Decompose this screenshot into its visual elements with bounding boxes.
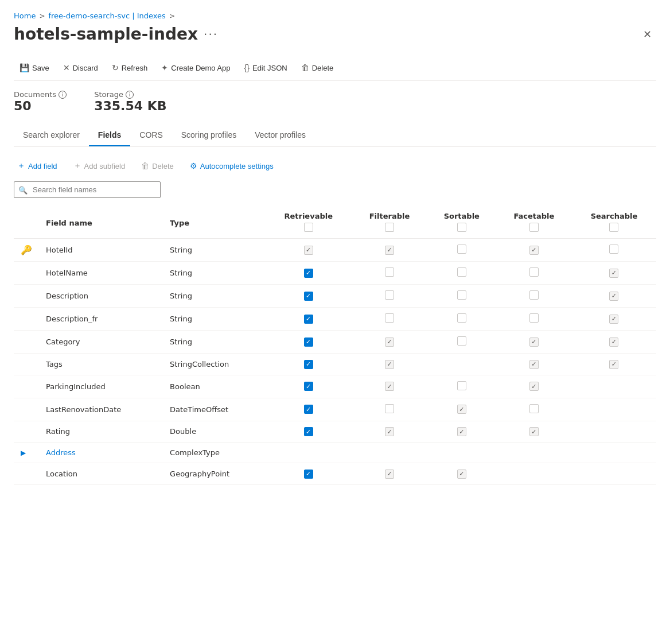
field-checkbox[interactable]: [385, 404, 394, 413]
filterable-header-checkbox[interactable]: [385, 223, 394, 232]
col-facetable: Facetable: [496, 207, 572, 239]
field-checkbox[interactable]: [529, 337, 539, 347]
field-checkbox[interactable]: [457, 267, 466, 277]
field-checkbox[interactable]: [609, 292, 618, 301]
storage-info-icon[interactable]: i: [126, 91, 134, 99]
table-row: HotelName String: [14, 262, 656, 285]
field-checkbox[interactable]: [385, 313, 394, 323]
field-checkbox[interactable]: [529, 246, 539, 255]
row-icon-cell: 🔑: [14, 239, 39, 262]
field-checkbox[interactable]: [609, 245, 618, 254]
field-name: Description: [46, 292, 88, 300]
field-checkbox[interactable]: [304, 246, 313, 255]
retrievable-cell: [265, 443, 352, 463]
refresh-label: Refresh: [122, 64, 148, 72]
retrievable-header-checkbox[interactable]: [304, 223, 313, 232]
stats-row: Documents i 50 Storage i 335.54 KB: [14, 90, 656, 113]
save-button[interactable]: 💾 Save: [14, 60, 55, 76]
retrievable-cell: [265, 375, 352, 398]
fields-table: Field name Type Retrievable Filterable S…: [14, 207, 656, 485]
field-checkbox[interactable]: [304, 360, 313, 369]
field-name: LastRenovationDate: [46, 405, 121, 414]
field-checkbox[interactable]: [385, 427, 394, 436]
refresh-button[interactable]: ↻ Refresh: [106, 60, 154, 76]
delete-button[interactable]: 🗑 Delete: [295, 60, 340, 76]
documents-info-icon[interactable]: i: [59, 91, 67, 99]
field-checkbox[interactable]: [457, 290, 466, 300]
searchable-cell: [572, 354, 656, 375]
field-checkbox[interactable]: [529, 382, 539, 391]
table-row: Description_fr String: [14, 308, 656, 331]
field-checkbox[interactable]: [385, 360, 394, 369]
title-menu-button[interactable]: ···: [204, 28, 218, 41]
searchable-cell: [572, 308, 656, 331]
tab-vector-profiles[interactable]: Vector profiles: [246, 125, 315, 146]
discard-button[interactable]: ✕ Discard: [57, 60, 104, 76]
field-checkbox[interactable]: [304, 427, 313, 436]
field-checkbox[interactable]: [529, 427, 539, 436]
field-checkbox[interactable]: [529, 360, 539, 369]
facetable-header-checkbox[interactable]: [529, 223, 539, 232]
tab-fields[interactable]: Fields: [89, 125, 130, 146]
field-checkbox[interactable]: [609, 360, 618, 369]
searchable-cell: [572, 463, 656, 485]
field-checkbox[interactable]: [457, 381, 466, 390]
field-checkbox[interactable]: [385, 337, 394, 347]
field-checkbox[interactable]: [457, 245, 466, 254]
field-checkbox[interactable]: [529, 267, 539, 277]
tab-search-explorer[interactable]: Search explorer: [14, 125, 89, 146]
add-field-button[interactable]: ＋ Add field: [14, 158, 61, 173]
field-name-cell: Category: [39, 331, 163, 354]
field-checkbox[interactable]: [457, 470, 466, 479]
close-button[interactable]: ✕: [638, 26, 656, 43]
field-checkbox[interactable]: [304, 315, 313, 324]
field-checkbox[interactable]: [304, 405, 313, 414]
table-row: ▶ Address ComplexType: [14, 443, 656, 463]
field-checkbox[interactable]: [304, 269, 313, 278]
field-type-cell: Double: [163, 421, 265, 443]
breadcrumb-service[interactable]: free-demo-search-svc | Indexes: [48, 11, 165, 20]
retrievable-cell: [265, 331, 352, 354]
autocomplete-settings-button[interactable]: ⚙ Autocomplete settings: [186, 159, 277, 173]
field-checkbox[interactable]: [609, 337, 618, 347]
field-checkbox[interactable]: [609, 315, 618, 324]
tab-scoring-profiles[interactable]: Scoring profiles: [172, 125, 246, 146]
field-name-link[interactable]: Address: [46, 448, 76, 457]
field-checkbox[interactable]: [385, 267, 394, 277]
table-row: ParkingIncluded Boolean: [14, 375, 656, 398]
field-checkbox[interactable]: [609, 269, 618, 278]
field-checkbox[interactable]: [304, 470, 313, 479]
field-checkbox[interactable]: [304, 292, 313, 301]
delete-field-icon: 🗑: [141, 161, 149, 170]
add-subfield-button[interactable]: ＋ Add subfield: [70, 158, 129, 173]
field-checkbox[interactable]: [529, 313, 539, 323]
searchable-header-checkbox[interactable]: [609, 223, 618, 232]
field-checkbox[interactable]: [304, 337, 313, 347]
field-checkbox[interactable]: [457, 427, 466, 436]
field-checkbox[interactable]: [385, 290, 394, 300]
sortable-header-checkbox[interactable]: [457, 223, 466, 232]
searchable-cell: [572, 398, 656, 421]
field-checkbox[interactable]: [385, 382, 394, 391]
field-checkbox[interactable]: [457, 405, 466, 414]
field-checkbox[interactable]: [304, 382, 313, 391]
edit-json-button[interactable]: {} Edit JSON: [239, 60, 293, 76]
field-type-cell: String: [163, 239, 265, 262]
sortable-cell: [427, 443, 496, 463]
searchable-cell: [572, 239, 656, 262]
field-checkbox[interactable]: [385, 246, 394, 255]
field-checkbox[interactable]: [457, 313, 466, 323]
field-checkbox[interactable]: [457, 336, 466, 346]
field-checkbox[interactable]: [385, 470, 394, 479]
col-filterable: Filterable: [352, 207, 427, 239]
tab-cors[interactable]: CORS: [130, 125, 172, 146]
field-checkbox[interactable]: [529, 290, 539, 300]
expand-button[interactable]: ▶: [21, 449, 26, 457]
breadcrumb-home[interactable]: Home: [14, 11, 36, 20]
create-demo-app-button[interactable]: ✦ Create Demo App: [155, 60, 236, 76]
delete-field-button[interactable]: 🗑 Delete: [138, 159, 177, 173]
field-checkbox[interactable]: [529, 404, 539, 413]
search-field-names-input[interactable]: [14, 181, 161, 198]
searchable-cell: [572, 285, 656, 308]
documents-value: 50: [14, 99, 67, 113]
